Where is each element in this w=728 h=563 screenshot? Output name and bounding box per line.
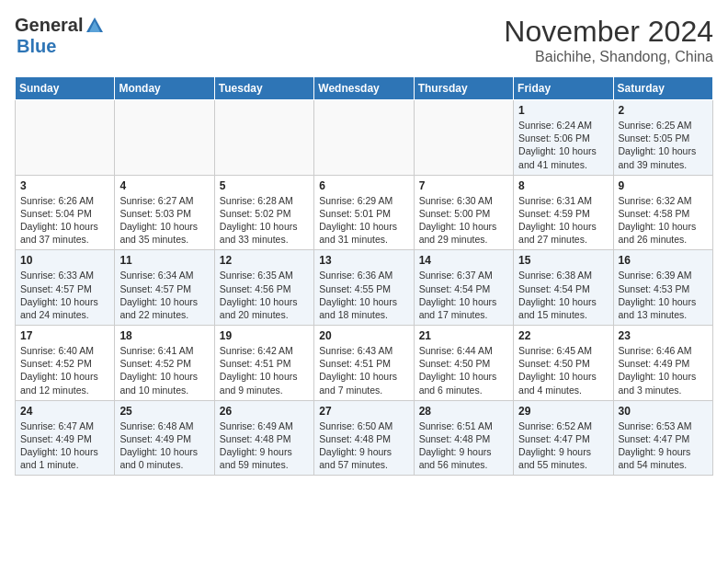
calendar-day-cell: 2Sunrise: 6:25 AM Sunset: 5:05 PM Daylig… (613, 100, 712, 176)
month-title: November 2024 (504, 15, 713, 49)
logo: General Blue (15, 15, 105, 57)
calendar-day-header: Thursday (414, 77, 513, 100)
day-info: Sunrise: 6:39 AM Sunset: 4:53 PM Dayligh… (619, 269, 708, 321)
day-number: 30 (619, 405, 708, 418)
day-info: Sunrise: 6:24 AM Sunset: 5:06 PM Dayligh… (518, 119, 608, 171)
day-number: 15 (518, 254, 608, 267)
calendar-day-header: Friday (514, 77, 613, 100)
calendar-day-cell: 8Sunrise: 6:31 AM Sunset: 4:59 PM Daylig… (514, 175, 613, 250)
day-number: 26 (220, 405, 309, 418)
calendar-day-cell: 23Sunrise: 6:46 AM Sunset: 4:49 PM Dayli… (613, 326, 712, 401)
location-title: Baichihe, Shandong, China (504, 49, 713, 65)
calendar-day-cell: 25Sunrise: 6:48 AM Sunset: 4:49 PM Dayli… (115, 400, 214, 476)
day-info: Sunrise: 6:50 AM Sunset: 4:48 PM Dayligh… (319, 419, 408, 472)
calendar-day-cell: 12Sunrise: 6:35 AM Sunset: 4:56 PM Dayli… (214, 250, 313, 326)
logo-general: General (15, 15, 83, 36)
calendar-day-cell: 6Sunrise: 6:29 AM Sunset: 5:01 PM Daylig… (314, 175, 414, 250)
day-number: 2 (619, 104, 708, 117)
calendar-day-header: Tuesday (214, 77, 313, 100)
day-info: Sunrise: 6:36 AM Sunset: 4:55 PM Dayligh… (319, 269, 408, 321)
day-info: Sunrise: 6:45 AM Sunset: 4:50 PM Dayligh… (518, 344, 608, 396)
day-info: Sunrise: 6:35 AM Sunset: 4:56 PM Dayligh… (220, 269, 309, 321)
page-header: General Blue November 2024 Baichihe, Sha… (15, 15, 713, 65)
calendar-day-cell: 13Sunrise: 6:36 AM Sunset: 4:55 PM Dayli… (314, 250, 414, 326)
day-number: 18 (119, 329, 209, 342)
day-number: 13 (319, 254, 408, 267)
calendar-day-cell: 19Sunrise: 6:42 AM Sunset: 4:51 PM Dayli… (214, 326, 313, 401)
title-block: November 2024 Baichihe, Shandong, China (504, 15, 713, 65)
calendar-day-cell: 24Sunrise: 6:47 AM Sunset: 4:49 PM Dayli… (16, 400, 115, 476)
day-info: Sunrise: 6:33 AM Sunset: 4:57 PM Dayligh… (20, 269, 109, 321)
day-info: Sunrise: 6:51 AM Sunset: 4:48 PM Dayligh… (419, 419, 508, 472)
day-number: 23 (619, 329, 708, 342)
day-number: 28 (419, 405, 508, 418)
day-info: Sunrise: 6:49 AM Sunset: 4:48 PM Dayligh… (220, 419, 309, 472)
day-info: Sunrise: 6:31 AM Sunset: 4:59 PM Dayligh… (518, 194, 608, 247)
logo-icon (85, 16, 105, 36)
day-info: Sunrise: 6:46 AM Sunset: 4:49 PM Dayligh… (619, 344, 708, 396)
calendar-day-cell (16, 100, 115, 176)
day-number: 10 (20, 254, 109, 267)
day-number: 9 (619, 179, 708, 192)
calendar-day-cell: 15Sunrise: 6:38 AM Sunset: 4:54 PM Dayli… (514, 250, 613, 326)
calendar-day-header: Sunday (16, 77, 115, 100)
calendar-day-cell: 26Sunrise: 6:49 AM Sunset: 4:48 PM Dayli… (214, 400, 313, 476)
day-info: Sunrise: 6:48 AM Sunset: 4:49 PM Dayligh… (119, 419, 209, 472)
calendar-day-header: Wednesday (314, 77, 414, 100)
day-number: 22 (518, 329, 608, 342)
calendar-week-row: 1Sunrise: 6:24 AM Sunset: 5:06 PM Daylig… (16, 100, 713, 176)
calendar-day-cell (115, 100, 214, 176)
calendar-day-cell: 4Sunrise: 6:27 AM Sunset: 5:03 PM Daylig… (115, 175, 214, 250)
calendar-day-cell: 16Sunrise: 6:39 AM Sunset: 4:53 PM Dayli… (613, 250, 712, 326)
day-number: 4 (119, 179, 209, 192)
day-number: 11 (119, 254, 209, 267)
day-info: Sunrise: 6:41 AM Sunset: 4:52 PM Dayligh… (119, 344, 209, 396)
day-number: 17 (20, 329, 109, 342)
calendar-day-header: Saturday (613, 77, 712, 100)
calendar-table: SundayMondayTuesdayWednesdayThursdayFrid… (15, 76, 713, 476)
day-number: 1 (518, 104, 608, 117)
calendar-day-cell (414, 100, 513, 176)
day-number: 21 (419, 329, 508, 342)
logo-blue: Blue (17, 36, 56, 56)
calendar-day-cell: 29Sunrise: 6:52 AM Sunset: 4:47 PM Dayli… (514, 400, 613, 476)
day-info: Sunrise: 6:43 AM Sunset: 4:51 PM Dayligh… (319, 344, 408, 396)
day-info: Sunrise: 6:25 AM Sunset: 5:05 PM Dayligh… (619, 119, 708, 171)
day-number: 20 (319, 329, 408, 342)
calendar-week-row: 3Sunrise: 6:26 AM Sunset: 5:04 PM Daylig… (16, 175, 713, 250)
calendar-day-cell (214, 100, 313, 176)
day-info: Sunrise: 6:47 AM Sunset: 4:49 PM Dayligh… (20, 419, 109, 472)
calendar-day-cell (314, 100, 414, 176)
day-info: Sunrise: 6:32 AM Sunset: 4:58 PM Dayligh… (619, 194, 708, 247)
day-info: Sunrise: 6:29 AM Sunset: 5:01 PM Dayligh… (319, 194, 408, 247)
day-number: 16 (619, 254, 708, 267)
calendar-day-cell: 1Sunrise: 6:24 AM Sunset: 5:06 PM Daylig… (514, 100, 613, 176)
day-number: 5 (220, 179, 309, 192)
calendar-day-cell: 5Sunrise: 6:28 AM Sunset: 5:02 PM Daylig… (214, 175, 313, 250)
day-info: Sunrise: 6:38 AM Sunset: 4:54 PM Dayligh… (518, 269, 608, 321)
day-info: Sunrise: 6:52 AM Sunset: 4:47 PM Dayligh… (518, 419, 608, 472)
calendar-day-cell: 7Sunrise: 6:30 AM Sunset: 5:00 PM Daylig… (414, 175, 513, 250)
calendar-day-cell: 9Sunrise: 6:32 AM Sunset: 4:58 PM Daylig… (613, 175, 712, 250)
calendar-day-cell: 20Sunrise: 6:43 AM Sunset: 4:51 PM Dayli… (314, 326, 414, 401)
calendar-week-row: 17Sunrise: 6:40 AM Sunset: 4:52 PM Dayli… (16, 326, 713, 401)
day-info: Sunrise: 6:37 AM Sunset: 4:54 PM Dayligh… (419, 269, 508, 321)
day-info: Sunrise: 6:40 AM Sunset: 4:52 PM Dayligh… (20, 344, 109, 396)
calendar-day-cell: 28Sunrise: 6:51 AM Sunset: 4:48 PM Dayli… (414, 400, 513, 476)
calendar-day-cell: 22Sunrise: 6:45 AM Sunset: 4:50 PM Dayli… (514, 326, 613, 401)
day-info: Sunrise: 6:34 AM Sunset: 4:57 PM Dayligh… (119, 269, 209, 321)
calendar-header-row: SundayMondayTuesdayWednesdayThursdayFrid… (16, 77, 713, 100)
calendar-day-cell: 14Sunrise: 6:37 AM Sunset: 4:54 PM Dayli… (414, 250, 513, 326)
calendar-day-cell: 10Sunrise: 6:33 AM Sunset: 4:57 PM Dayli… (16, 250, 115, 326)
calendar-week-row: 24Sunrise: 6:47 AM Sunset: 4:49 PM Dayli… (16, 400, 713, 476)
calendar-day-cell: 30Sunrise: 6:53 AM Sunset: 4:47 PM Dayli… (613, 400, 712, 476)
day-number: 14 (419, 254, 508, 267)
day-info: Sunrise: 6:26 AM Sunset: 5:04 PM Dayligh… (20, 194, 109, 247)
day-number: 7 (419, 179, 508, 192)
calendar-week-row: 10Sunrise: 6:33 AM Sunset: 4:57 PM Dayli… (16, 250, 713, 326)
day-number: 29 (518, 405, 608, 418)
day-info: Sunrise: 6:44 AM Sunset: 4:50 PM Dayligh… (419, 344, 508, 396)
day-info: Sunrise: 6:53 AM Sunset: 4:47 PM Dayligh… (619, 419, 708, 472)
day-number: 27 (319, 405, 408, 418)
calendar-day-cell: 17Sunrise: 6:40 AM Sunset: 4:52 PM Dayli… (16, 326, 115, 401)
